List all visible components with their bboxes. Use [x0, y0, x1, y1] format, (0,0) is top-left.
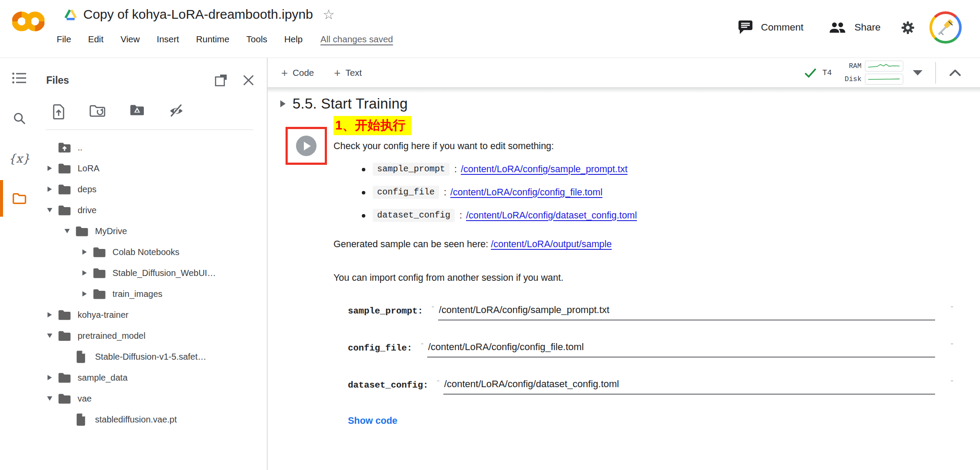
show-code-link[interactable]: Show code: [348, 416, 397, 426]
menu-tools[interactable]: Tools: [246, 34, 267, 44]
config-file-link[interactable]: /content/LoRA/config/config_file.toml: [450, 187, 602, 198]
folder-icon: [58, 309, 71, 320]
tree-item[interactable]: deps: [38, 179, 267, 200]
chevron-right-icon[interactable]: [76, 249, 93, 255]
sample-prompt-input[interactable]: [438, 304, 935, 320]
chevron-right-icon[interactable]: [41, 166, 58, 171]
folder-icon: [58, 184, 71, 195]
chevron-right-icon[interactable]: [76, 291, 93, 296]
play-icon: [304, 142, 311, 150]
form-label: sample_prompt:: [348, 306, 423, 320]
menu-file[interactable]: File: [57, 34, 71, 44]
accelerator-label: T4: [822, 68, 832, 77]
tree-item[interactable]: Stable_Diffusion_WebUI…: [38, 262, 267, 283]
form-cell: 1、开始执行 Check your config here if you wan…: [268, 116, 980, 426]
folder-icon: [93, 288, 106, 300]
close-panel-icon[interactable]: [242, 74, 255, 86]
tree-item[interactable]: pretrained_model: [38, 325, 267, 346]
generated-sample-prefix: Generated sample can be seen here:: [333, 239, 491, 249]
colon-separator: :: [454, 164, 457, 175]
tree-item-label: Colab Notebooks: [112, 247, 179, 257]
sidebar-tab-table-of-contents[interactable]: [0, 58, 38, 98]
people-icon: [829, 22, 846, 33]
config-key: dataset_config: [373, 209, 455, 222]
chevron-down-icon[interactable]: [913, 70, 922, 75]
tree-item[interactable]: train_images: [38, 283, 267, 304]
tree-item[interactable]: ..: [38, 137, 267, 158]
tree-item[interactable]: stablediffusion.vae.pt: [38, 409, 267, 430]
sidebar-tab-variables[interactable]: {x}: [0, 138, 38, 178]
chevron-down-icon[interactable]: [41, 396, 58, 401]
files-icon: [12, 193, 27, 204]
comment-button[interactable]: Comment: [738, 20, 803, 34]
table-of-contents-icon: [12, 72, 27, 84]
autosave-status[interactable]: All changes saved: [320, 34, 393, 44]
folder-icon: [93, 267, 106, 279]
config-file-link[interactable]: /content/LoRA/config/sample_prompt.txt: [461, 164, 627, 175]
comment-label: Comment: [761, 22, 803, 33]
popout-panel-icon[interactable]: [214, 74, 228, 87]
annotation-red-box: [286, 127, 327, 165]
open-quote-mark: ": [421, 341, 423, 349]
tree-item-label: ..: [78, 143, 82, 153]
tree-item[interactable]: Colab Notebooks: [38, 242, 267, 262]
menu-insert[interactable]: Insert: [157, 34, 179, 44]
menu-runtime[interactable]: Runtime: [196, 34, 229, 44]
account-avatar[interactable]: [929, 11, 962, 44]
generated-sample-line: Generated sample can be seen here: /cont…: [333, 239, 957, 250]
section-collapse-icon[interactable]: [280, 100, 286, 107]
tree-item-label: drive: [78, 205, 96, 215]
ram-label: RAM: [842, 62, 861, 70]
colab-logo-icon[interactable]: [12, 7, 44, 36]
chevron-down-icon[interactable]: [41, 208, 58, 212]
settings-button[interactable]: [901, 20, 915, 35]
chevron-right-icon[interactable]: [41, 375, 58, 380]
collapse-header-button[interactable]: [949, 69, 961, 76]
file-tree: ..LoRAdepsdriveMyDriveColab NotebooksSta…: [38, 137, 267, 430]
menu-items: FileEditViewInsertRuntimeToolsHelp: [57, 34, 320, 44]
tree-item[interactable]: kohya-trainer: [38, 304, 267, 325]
gear-icon: [901, 20, 915, 35]
hidden-files-icon[interactable]: [169, 104, 184, 119]
menu-view[interactable]: View: [120, 34, 140, 44]
chevron-down-icon[interactable]: [41, 334, 58, 338]
tree-item[interactable]: vae: [38, 388, 267, 409]
notebook-title-row: Copy of kohya-LoRA-dreambooth.ipynb ☆: [64, 7, 335, 22]
tree-item[interactable]: sample_data: [38, 367, 267, 388]
add-code-button[interactable]: + Code: [281, 67, 314, 78]
chevron-down-icon[interactable]: [59, 229, 75, 233]
runtime-status-button[interactable]: T4 RAM Disk: [804, 61, 922, 85]
config-key: sample_prompt: [373, 163, 449, 176]
add-text-button[interactable]: + Text: [334, 67, 362, 78]
chevron-right-icon[interactable]: [76, 270, 93, 276]
config-file-link[interactable]: /content/LoRA/config/dataset_config.toml: [466, 210, 637, 221]
close-quote-mark: ": [951, 341, 957, 349]
tree-item-label: vae: [78, 394, 92, 404]
config-key: config_file: [373, 186, 439, 199]
upload-file-icon[interactable]: [52, 104, 65, 119]
notebook-title[interactable]: Copy of kohya-LoRA-dreambooth.ipynb: [83, 7, 313, 22]
sample-output-link[interactable]: /content/LoRA/output/sample: [491, 239, 612, 249]
run-cell-button[interactable]: [296, 136, 316, 156]
section-heading-row: 5.5. Start Training: [280, 94, 980, 113]
form-field-sample-prompt: sample_prompt:"": [348, 304, 957, 320]
tree-item[interactable]: MyDrive: [38, 221, 267, 242]
config-file-input[interactable]: [427, 341, 935, 358]
star-icon[interactable]: ☆: [323, 8, 335, 21]
menu-help[interactable]: Help: [284, 34, 303, 44]
folder-icon: [58, 372, 71, 383]
dataset-config-input[interactable]: [443, 378, 935, 395]
sidebar-tab-files[interactable]: [0, 178, 38, 218]
share-button[interactable]: Share: [829, 22, 881, 33]
tree-item[interactable]: Stable-Diffusion-v1-5.safet…: [38, 346, 267, 367]
ram-sparkline: [865, 61, 903, 72]
folder-icon: [58, 163, 71, 174]
chevron-right-icon[interactable]: [41, 187, 58, 192]
refresh-folder-icon[interactable]: [89, 104, 105, 119]
sidebar-tab-search[interactable]: [0, 98, 38, 138]
tree-item[interactable]: LoRA: [38, 158, 267, 179]
menu-edit[interactable]: Edit: [88, 34, 103, 44]
chevron-right-icon[interactable]: [41, 312, 58, 317]
mount-drive-icon[interactable]: [130, 104, 144, 119]
tree-item[interactable]: drive: [38, 200, 267, 221]
